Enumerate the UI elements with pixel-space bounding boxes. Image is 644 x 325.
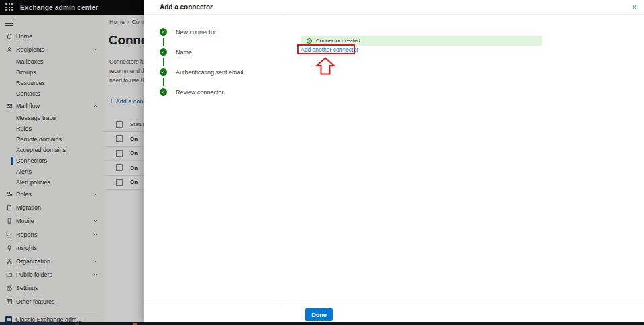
- step-complete-check-icon: ✓: [160, 48, 167, 56]
- success-banner-text: Connector created: [316, 38, 360, 44]
- panel-header: Add a connector ×: [144, 0, 644, 15]
- taskbar-segment: [0, 322, 60, 325]
- step-complete-check-icon: ✓: [160, 28, 167, 36]
- wizard-step-new-connector: ✓ New connector: [160, 28, 216, 36]
- step-label: Review connector: [176, 89, 224, 96]
- wizard-step-name: ✓ Name: [160, 48, 192, 56]
- step-complete-check-icon: ✓: [160, 88, 167, 96]
- wizard-step-authenticating: ✓ Authenticating sent email: [160, 68, 244, 76]
- step-complete-check-icon: ✓: [160, 68, 167, 76]
- add-connector-panel: Add a connector × ✓ New connector ✓ Name…: [144, 0, 644, 322]
- success-check-icon: ✓: [307, 38, 312, 44]
- taskbar-edge: [0, 322, 644, 325]
- step-label: New connector: [176, 29, 216, 36]
- step-label: Authenticating sent email: [176, 69, 244, 76]
- step-connector-line: [163, 58, 164, 66]
- annotation-red-box: Add another connector: [297, 44, 355, 54]
- step-connector-line: [163, 78, 164, 86]
- panel-footer: Done: [144, 304, 644, 322]
- step-label: Name: [176, 49, 192, 56]
- add-another-connector-link[interactable]: Add another connector: [301, 46, 358, 53]
- wizard-step-review: ✓ Review connector: [160, 88, 224, 96]
- done-button[interactable]: Done: [305, 308, 333, 321]
- annotation-arrow-up-icon: [315, 57, 335, 78]
- panel-title: Add a connector: [160, 0, 213, 15]
- close-icon[interactable]: ×: [632, 0, 637, 15]
- wizard-steps: ✓ New connector ✓ Name ✓ Authenticating …: [144, 15, 284, 304]
- step-connector-line: [163, 38, 164, 46]
